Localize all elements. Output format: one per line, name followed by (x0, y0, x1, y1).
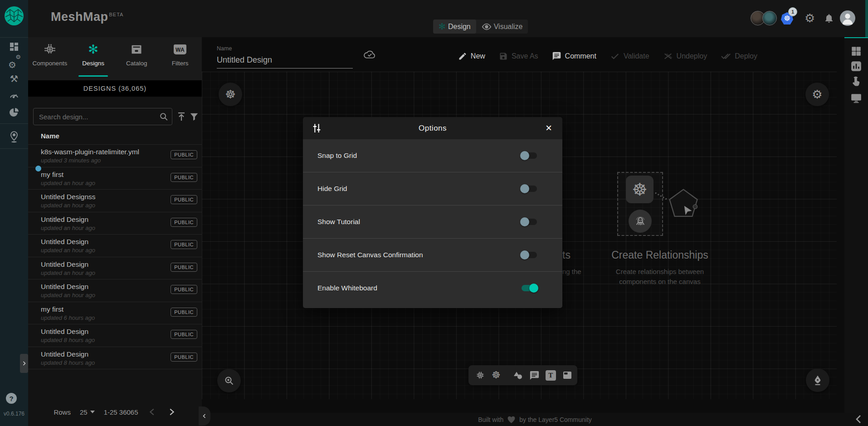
validate-button[interactable]: Validate (610, 51, 649, 61)
filter-funnel-icon[interactable] (189, 112, 199, 122)
design-list-item[interactable]: Untitled Design updated an hour ago PUBL… (28, 212, 202, 235)
previous-page-button[interactable] (147, 407, 157, 417)
design-updated: updated an hour ago (41, 225, 95, 231)
comment-button[interactable]: Comment (552, 51, 596, 61)
deploy-button[interactable]: Deploy (721, 51, 757, 61)
design-list: k8s-wasm-plugin-ratelimiter.yml updated … (28, 144, 202, 369)
upload-design-icon[interactable] (176, 111, 187, 122)
analytics-chart-icon[interactable] (850, 60, 862, 72)
design-list-item[interactable]: my first updated 6 hours ago PUBLIC (28, 302, 202, 324)
design-list-item[interactable]: Untitled Design updated an hour ago PUBL… (28, 257, 202, 279)
design-canvas[interactable]: Name New Save As Comment (202, 37, 844, 413)
tab-design[interactable]: ✻ Design (433, 20, 476, 34)
footer-text-prefix: Built with (478, 416, 503, 423)
help-button[interactable]: ? (6, 393, 17, 404)
tab-designs[interactable]: ✻ Designs (72, 37, 115, 80)
toggle-knob (520, 217, 529, 226)
toggle-switch[interactable] (522, 285, 537, 291)
toggle-switch[interactable] (522, 186, 537, 192)
toggle-switch[interactable] (522, 152, 537, 159)
panel-collapse-button[interactable] (199, 406, 210, 426)
kubernetes-icon[interactable]: ☸ (492, 370, 501, 381)
tab-components[interactable]: Components (28, 37, 72, 80)
footer-text-suffix: by the Layer5 Community (519, 416, 592, 423)
design-updated: updated an hour ago (41, 292, 95, 299)
whiteboard-pen-button[interactable] (806, 368, 829, 392)
onboarding-title: Create Relationships (578, 249, 741, 261)
cross-checks-icon (663, 51, 673, 61)
chevron-down-icon (90, 411, 95, 413)
design-name: Untitled Design (41, 283, 88, 291)
sidebar-item-lifecycle[interactable]: ⚙⚙ (0, 55, 28, 70)
sidebar-item-meshmap[interactable] (0, 129, 28, 145)
occluded-card-desc-fragment: ng the (562, 268, 581, 275)
components-chip-icon[interactable] (475, 370, 486, 381)
visibility-badge: PUBLIC (171, 330, 197, 339)
design-updated: updated 8 hours ago (41, 359, 95, 366)
toggle-switch[interactable] (522, 219, 537, 225)
design-list-item[interactable]: Untitled Design updated 8 hours ago PUBL… (28, 347, 202, 369)
sidebar-item-performance[interactable] (0, 88, 28, 103)
option-label: Show Reset Canvas Confirmation (317, 251, 423, 259)
design-updated: updated 8 hours ago (41, 337, 95, 343)
visibility-badge: PUBLIC (171, 218, 197, 227)
collaborator-avatar[interactable] (762, 11, 777, 25)
text-tool-icon[interactable]: T (546, 370, 556, 381)
app-title: MeshMapBETA (51, 10, 123, 24)
tab-filters[interactable]: WA Filters (158, 37, 202, 80)
double-check-icon (721, 51, 731, 61)
save-as-button[interactable]: Save As (499, 52, 538, 61)
option-label: Hide Grid (317, 185, 347, 193)
close-icon[interactable]: × (541, 121, 556, 135)
toggle-switch[interactable] (522, 252, 537, 258)
option-row: Enable Whiteboard (303, 272, 562, 304)
design-name: Untitled Design (41, 260, 88, 269)
visibility-badge: PUBLIC (171, 353, 197, 362)
next-page-button[interactable] (166, 407, 176, 417)
zoom-in-button[interactable] (217, 369, 241, 392)
design-list-item[interactable]: Untitled Design updated an hour ago PUBL… (28, 234, 202, 257)
visibility-badge: PUBLIC (171, 173, 197, 182)
tab-catalog[interactable]: Catalog (115, 37, 159, 80)
right-drawer-collapse-icon[interactable] (853, 414, 864, 425)
toggle-knob (520, 151, 529, 160)
design-list-item[interactable]: Untitled Design updated an hour ago PUBL… (28, 279, 202, 302)
tab-visualize[interactable]: Visualize (476, 20, 528, 34)
design-updated: updated 6 hours ago (41, 314, 95, 321)
design-list-item[interactable]: my first updated an hour ago PUBLIC (28, 167, 202, 190)
option-row: Show Tutorial (303, 206, 562, 239)
undeploy-button[interactable]: Undeploy (663, 51, 707, 61)
new-button[interactable]: New (458, 52, 485, 61)
canvas-options-button[interactable]: ⚙ (805, 83, 829, 106)
design-name-input[interactable] (217, 54, 353, 69)
kubernetes-canvas-button[interactable]: ☸ (219, 83, 242, 106)
design-list-item[interactable]: k8s-wasm-plugin-ratelimiter.yml updated … (28, 144, 202, 167)
comment-tool-icon[interactable] (529, 370, 540, 381)
sidebar-item-extensions[interactable] (0, 105, 28, 120)
design-name: Untitled Design (41, 328, 88, 336)
user-avatar[interactable] (840, 10, 855, 26)
meshery-flower-icon: ✻ (439, 21, 446, 32)
sidebar-item-configuration[interactable]: ⚒ (0, 71, 28, 87)
components-grid-icon[interactable] (850, 45, 862, 57)
design-list-item[interactable]: Untitled Design updated 8 hours ago PUBL… (28, 324, 202, 347)
rows-per-page-select[interactable]: 25 (80, 408, 95, 416)
catalog-drawer-icon (130, 43, 143, 56)
occluded-card-title-fragment: ts (562, 249, 571, 261)
canvas-footer: Built with by the Layer5 Community (202, 413, 868, 426)
settings-gear-icon[interactable]: ⚙ (805, 11, 815, 25)
design-updated: updated 3 minutes ago (41, 157, 101, 164)
meshmap-app: ⚙⚙ ⚒ ? v0.6.176 MeshMapBETA ✻ Design (0, 0, 868, 426)
touch-interaction-icon[interactable] (850, 75, 862, 87)
rail-expand-button[interactable] (20, 354, 28, 373)
design-updated: updated an hour ago (41, 269, 95, 276)
shapes-tool-icon[interactable] (512, 370, 523, 381)
search-input[interactable] (33, 108, 172, 125)
display-monitor-icon[interactable] (850, 92, 862, 104)
layer5-logo[interactable] (4, 6, 24, 26)
media-tool-icon[interactable] (562, 370, 573, 381)
design-list-item[interactable]: Untitled Designss updated an hour ago PU… (28, 189, 202, 212)
sidebar-item-dashboard[interactable] (0, 39, 28, 54)
design-name-field: Name (217, 45, 353, 69)
notifications-bell-icon[interactable] (824, 13, 834, 24)
